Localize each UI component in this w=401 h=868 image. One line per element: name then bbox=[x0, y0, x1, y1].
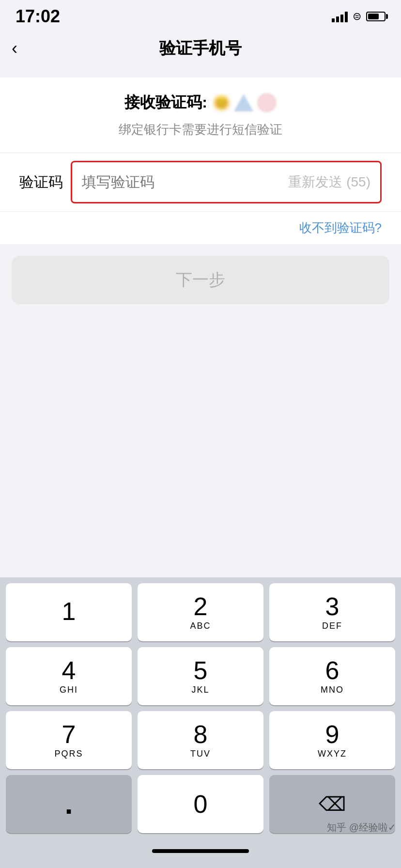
code-input[interactable] bbox=[72, 165, 278, 199]
receive-row: 接收验证码: 😊 bbox=[124, 92, 277, 113]
watermark: 知乎 @经验啦✓ bbox=[327, 821, 396, 834]
receive-label: 接收验证码: bbox=[124, 92, 207, 113]
code-input-wrapper[interactable]: 重新发送 (55) bbox=[71, 161, 382, 203]
cant-receive-row: 收不到验证码? bbox=[0, 211, 401, 244]
next-button[interactable]: 下一步 bbox=[12, 256, 389, 304]
page-title: 验证手机号 bbox=[159, 37, 242, 60]
numeric-keyboard: 1 2 ABC 3 DEF 4 GHI 5 JKL 6 MNO 7 PQRS bbox=[0, 577, 401, 839]
cant-receive-link[interactable]: 收不到验证码? bbox=[299, 219, 382, 236]
nav-bar: ‹ 验证手机号 bbox=[0, 29, 401, 68]
receive-phone: 😊 bbox=[213, 93, 277, 112]
home-bar bbox=[152, 849, 249, 853]
key-7[interactable]: 7 PQRS bbox=[6, 711, 132, 769]
key-6[interactable]: 6 MNO bbox=[269, 647, 395, 705]
key-5[interactable]: 5 JKL bbox=[138, 647, 263, 705]
key-1[interactable]: 1 bbox=[6, 583, 132, 641]
code-row: 验证码 重新发送 (55) bbox=[0, 153, 401, 211]
key-2[interactable]: 2 ABC bbox=[138, 583, 263, 641]
circle-icon bbox=[257, 93, 277, 112]
keyboard-row-1: 1 2 ABC 3 DEF bbox=[3, 583, 398, 641]
home-indicator bbox=[0, 839, 401, 868]
key-dot[interactable]: . bbox=[6, 775, 132, 833]
sub-text: 绑定银行卡需要进行短信验证 bbox=[119, 121, 282, 138]
status-icons: ⊜ bbox=[332, 10, 386, 23]
battery-icon bbox=[366, 12, 386, 21]
keyboard-row-3: 7 PQRS 8 TUV 9 WXYZ bbox=[3, 711, 398, 769]
status-time: 17:02 bbox=[15, 6, 60, 27]
back-button[interactable]: ‹ bbox=[12, 38, 17, 59]
keyboard-row-2: 4 GHI 5 JKL 6 MNO bbox=[3, 647, 398, 705]
signal-icon bbox=[332, 11, 348, 22]
next-btn-container: 下一步 bbox=[0, 244, 401, 316]
receive-section: 接收验证码: 😊 绑定银行卡需要进行短信验证 bbox=[0, 78, 401, 153]
key-9[interactable]: 9 WXYZ bbox=[269, 711, 395, 769]
main-content: 接收验证码: 😊 绑定银行卡需要进行短信验证 验证码 重新发送 (55) 收不到… bbox=[0, 68, 401, 577]
key-0[interactable]: 0 bbox=[138, 775, 263, 833]
key-4[interactable]: 4 GHI bbox=[6, 647, 132, 705]
status-bar: 17:02 ⊜ bbox=[0, 0, 401, 29]
triangle-icon bbox=[234, 94, 253, 111]
resend-button[interactable]: 重新发送 (55) bbox=[278, 164, 380, 200]
wifi-icon: ⊜ bbox=[353, 10, 361, 23]
key-3[interactable]: 3 DEF bbox=[269, 583, 395, 641]
code-label: 验证码 bbox=[19, 172, 63, 192]
key-8[interactable]: 8 TUV bbox=[138, 711, 263, 769]
emoji-icon: 😊 bbox=[213, 95, 230, 111]
